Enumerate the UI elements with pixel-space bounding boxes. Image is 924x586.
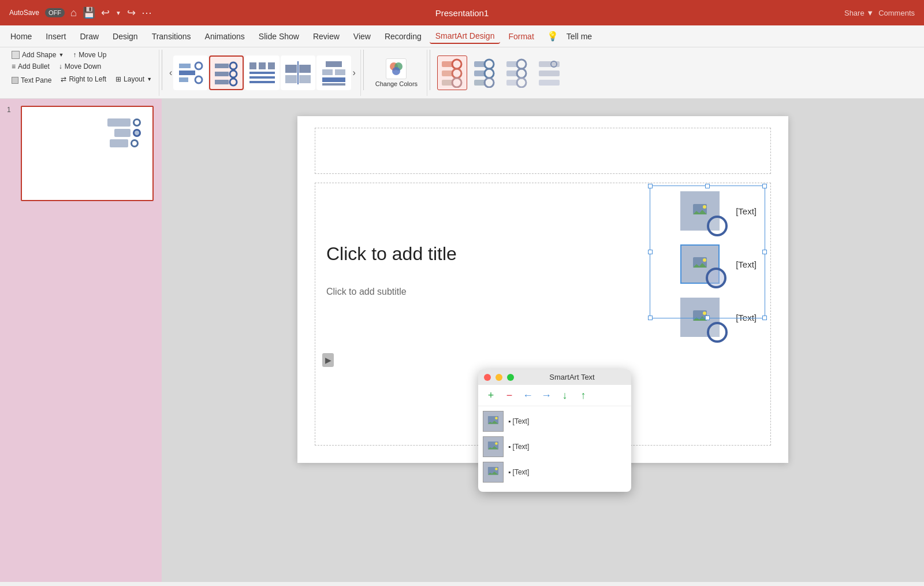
menu-recording[interactable]: Recording — [379, 29, 427, 43]
panel-left-btn[interactable]: ← — [521, 388, 535, 402]
slide-content: [Text] [Text] — [162, 99, 924, 582]
save-icon[interactable]: 💾 — [83, 6, 95, 19]
change-colors-group: Change Colors — [366, 50, 427, 96]
smartart-styles-group — [433, 50, 569, 96]
panel-row-1: [Text] — [483, 411, 627, 432]
panel-minimize-btn[interactable] — [495, 374, 502, 381]
menu-home[interactable]: Home — [5, 29, 38, 43]
panel-text-1[interactable]: [Text] — [508, 417, 529, 425]
svg-point-35 — [452, 78, 461, 87]
svg-point-10 — [230, 79, 237, 86]
svg-point-69 — [495, 468, 498, 470]
title-bar: AutoSave OFF ⌂ 💾 ↩ ▼ ↪ ⋯ Presentation1 S… — [0, 0, 924, 25]
panel-title: SmartArt Text — [519, 373, 625, 381]
menu-view[interactable]: View — [348, 29, 377, 43]
svg-rect-15 — [249, 76, 275, 79]
panel-text-2[interactable]: [Text] — [508, 443, 529, 451]
ribbon: Add Shape ▼ ↑ Move Up ≡ Add Bullet ↓ Mov… — [0, 47, 924, 99]
svg-rect-1 — [179, 71, 195, 75]
smartart-item-2[interactable]: [Text] — [680, 244, 757, 284]
menu-smartart-design[interactable]: SmartArt Design — [430, 29, 501, 44]
layout-thumb-1[interactable] — [173, 55, 208, 90]
svg-rect-11 — [249, 62, 256, 69]
slide-item-1[interactable]: 1 — [7, 106, 155, 201]
home-icon[interactable]: ⌂ — [70, 7, 77, 19]
panel-img-2 — [483, 436, 504, 457]
layout-button[interactable]: ⊞ Layout ▼ — [113, 74, 154, 84]
smartart-item-1: [Text] — [680, 191, 757, 231]
undo-icon[interactable]: ↩ — [101, 6, 110, 19]
style-thumb-3[interactable] — [502, 55, 532, 90]
layout-next-button[interactable]: › — [352, 68, 355, 78]
panel-expand-btn[interactable] — [507, 374, 514, 381]
main-area: 1 — [0, 99, 924, 582]
slide-subtitle[interactable]: Click to add subtitle — [326, 287, 407, 297]
left-controls: AutoSave OFF ⌂ 💾 ↩ ▼ ↪ ⋯ — [9, 6, 152, 19]
add-bullet-button[interactable]: ≡ Add Bullet — [9, 61, 52, 72]
menu-insert[interactable]: Insert — [40, 29, 72, 43]
menu-draw[interactable]: Draw — [74, 29, 105, 43]
comments-btn[interactable]: Comments — [878, 9, 915, 17]
add-bullet-icon: ≡ — [12, 62, 16, 71]
create-row2: ≡ Add Bullet ↓ Move Down — [9, 61, 103, 72]
share-btn[interactable]: Share ▼ — [844, 9, 874, 17]
menu-transitions[interactable]: Transitions — [146, 29, 197, 43]
menu-animations[interactable]: Animations — [199, 29, 251, 43]
svg-point-66 — [495, 442, 498, 445]
svg-rect-12 — [259, 62, 266, 69]
more-icon[interactable]: ⋯ — [141, 6, 152, 19]
style-thumb-4[interactable] — [534, 55, 564, 90]
chevron-left-icon: ‹ — [169, 68, 172, 78]
mini-shape-1 — [107, 118, 141, 127]
slide-title[interactable]: Click to add title — [326, 243, 650, 265]
panel-down-btn[interactable]: ↓ — [558, 388, 572, 402]
menu-slideshow[interactable]: Slide Show — [253, 29, 305, 43]
redo-icon[interactable]: ↪ — [127, 6, 136, 19]
svg-point-54 — [703, 205, 706, 209]
panel-titlebar: SmartArt Text — [478, 369, 631, 385]
text-pane-icon — [12, 77, 18, 84]
expand-panel-button[interactable]: ▶ — [322, 353, 334, 367]
svg-rect-16 — [249, 81, 275, 83]
panel-up-btn[interactable]: ↑ — [576, 388, 590, 402]
text-pane-button[interactable]: Text Pane — [9, 75, 54, 86]
layout-thumb-5[interactable] — [316, 55, 351, 90]
mini-circle-3 — [131, 139, 139, 147]
panel-img-3 — [483, 462, 504, 483]
svg-point-45 — [517, 69, 526, 78]
autosave-toggle[interactable]: OFF — [45, 8, 65, 17]
change-colors-icon — [386, 58, 407, 79]
svg-rect-5 — [215, 64, 229, 68]
mini-smartart — [107, 118, 141, 147]
menu-review[interactable]: Review — [307, 29, 345, 43]
move-up-button[interactable]: ↑ Move Up — [70, 50, 109, 60]
menu-tellme[interactable]: Tell me — [561, 29, 598, 43]
move-down-button[interactable]: ↓ Move Down — [57, 61, 103, 72]
move-down-icon: ↓ — [59, 62, 62, 71]
layout-thumb-4[interactable] — [281, 55, 315, 90]
undo-dropdown-icon[interactable]: ▼ — [116, 10, 121, 16]
layout-dropdown-icon[interactable]: ▼ — [147, 76, 152, 82]
panel-content: [Text] [Text] — [478, 406, 631, 492]
panel-remove-btn[interactable]: − — [502, 388, 516, 402]
panel-text-3[interactable]: [Text] — [508, 468, 529, 476]
panel-row-3: [Text] — [483, 462, 627, 483]
svg-rect-50 — [539, 71, 560, 76]
autosave-label: AutoSave — [9, 9, 39, 17]
add-shape-dropdown-icon[interactable]: ▼ — [58, 52, 64, 58]
layout-thumb-2[interactable] — [209, 55, 244, 90]
layout-prev-button[interactable]: ‹ — [169, 68, 172, 78]
svg-rect-26 — [322, 83, 345, 86]
right-to-left-button[interactable]: ⇄ Right to Left — [58, 74, 109, 84]
add-shape-button[interactable]: Add Shape ▼ — [9, 50, 66, 60]
style-thumb-1[interactable] — [437, 55, 467, 90]
panel-close-btn[interactable] — [484, 374, 491, 381]
panel-add-btn[interactable]: + — [484, 388, 498, 402]
menu-design[interactable]: Design — [107, 29, 144, 43]
style-thumb-2[interactable] — [470, 55, 500, 90]
change-colors-button[interactable]: Change Colors — [371, 56, 422, 90]
layout-thumb-3[interactable] — [245, 55, 280, 90]
panel-right-btn[interactable]: → — [539, 388, 553, 402]
menu-format[interactable]: Format — [502, 29, 539, 43]
slide-thumbnail-1[interactable] — [21, 106, 154, 201]
